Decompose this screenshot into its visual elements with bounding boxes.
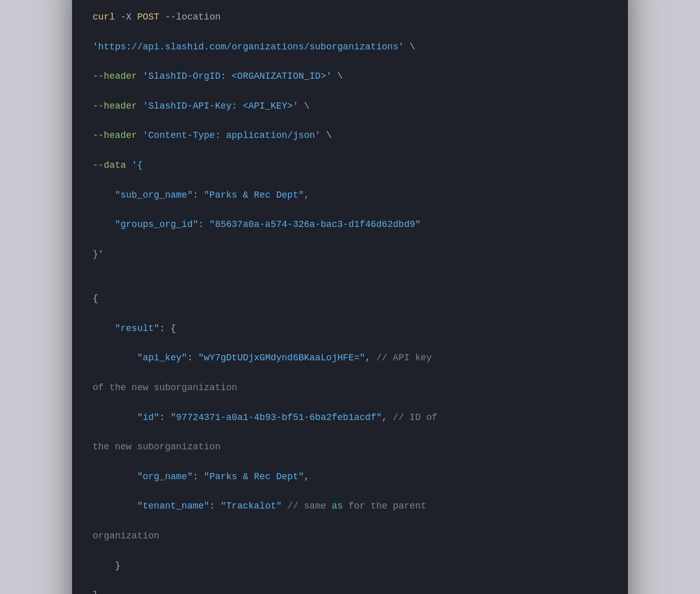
code-area: curl -X POST --location 'https://api.sla…: [72, 0, 628, 594]
terminal-window: curl -X POST --location 'https://api.sla…: [72, 0, 628, 594]
code-block: curl -X POST --location 'https://api.sla…: [93, 10, 607, 594]
